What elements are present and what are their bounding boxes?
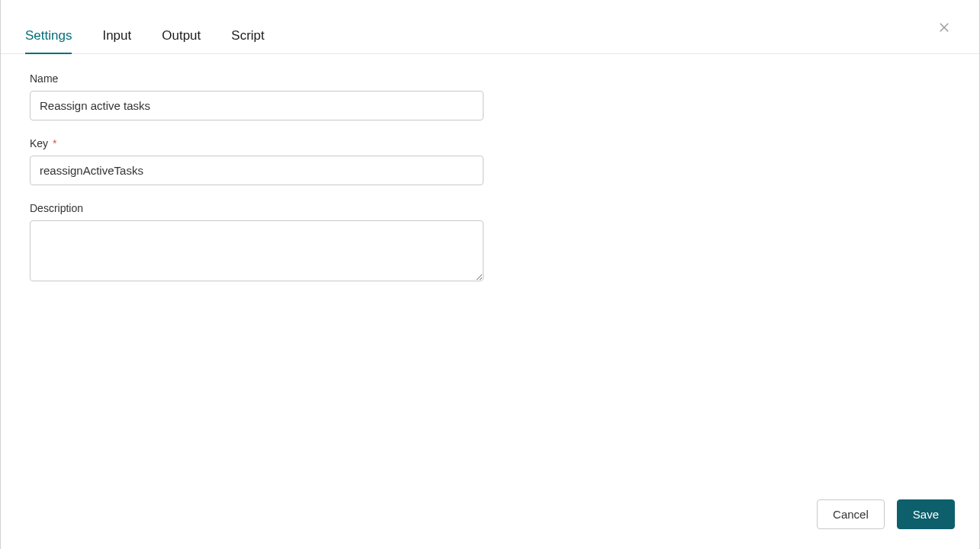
name-label: Name bbox=[30, 72, 950, 85]
form-area: Name Key * Description bbox=[1, 54, 979, 549]
key-label-text: Key bbox=[30, 137, 48, 149]
name-field[interactable] bbox=[30, 91, 484, 120]
form-group-key: Key * bbox=[30, 137, 950, 185]
key-label: Key * bbox=[30, 137, 950, 149]
tab-settings[interactable]: Settings bbox=[25, 28, 72, 54]
cancel-button[interactable]: Cancel bbox=[817, 499, 885, 529]
form-group-description: Description bbox=[30, 202, 950, 284]
tab-script[interactable]: Script bbox=[231, 28, 264, 54]
key-field[interactable] bbox=[30, 156, 484, 185]
name-label-text: Name bbox=[30, 72, 58, 85]
footer: Cancel Save bbox=[817, 499, 955, 529]
form-group-name: Name bbox=[30, 72, 950, 120]
save-button[interactable]: Save bbox=[897, 499, 955, 529]
tab-output[interactable]: Output bbox=[162, 28, 201, 54]
modal-container: Settings Input Output Script Name Key * … bbox=[1, 0, 979, 549]
tab-input[interactable]: Input bbox=[102, 28, 131, 54]
description-field[interactable] bbox=[30, 220, 484, 281]
description-label: Description bbox=[30, 202, 950, 214]
description-label-text: Description bbox=[30, 202, 83, 214]
tabs-row: Settings Input Output Script bbox=[1, 27, 979, 54]
required-mark: * bbox=[53, 137, 56, 149]
